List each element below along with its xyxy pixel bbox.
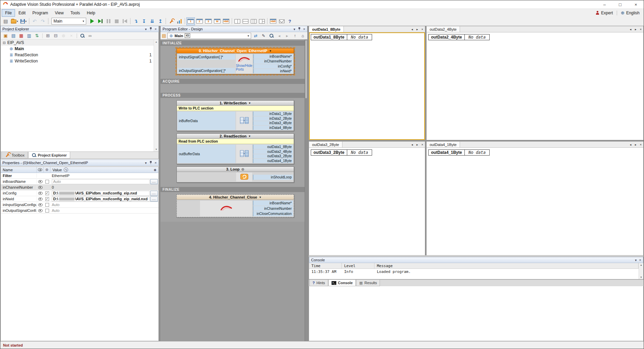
step-previous-button[interactable] xyxy=(121,17,129,25)
iterate-current-macrofilter-button[interactable]: ↴ xyxy=(132,17,140,25)
move-item-button[interactable]: ⇅ xyxy=(33,33,41,39)
port-innwid[interactable]: inNwid* xyxy=(253,69,293,73)
visibility-cell[interactable] xyxy=(37,203,44,206)
port-indata1-1byte[interactable]: inData1_1Byte xyxy=(253,112,293,116)
language-selector[interactable]: English xyxy=(626,11,640,15)
gear-icon[interactable]: ⊛ xyxy=(241,167,244,172)
port-inbufferdata[interactable]: inBufferData xyxy=(178,112,235,130)
new-project-button[interactable]: ▤ xyxy=(2,17,10,25)
pin-icon[interactable] xyxy=(149,27,152,31)
expert-mode-label[interactable]: Expert xyxy=(601,11,613,15)
override-cell[interactable] xyxy=(44,209,50,213)
collapse-all-button[interactable]: ⊟ xyxy=(52,33,59,39)
console-row[interactable]: 11:35:37 AMInfoLoaded program. xyxy=(309,269,639,274)
pause-button[interactable] xyxy=(105,17,112,25)
new-macrofilter-button[interactable]: ▣ xyxy=(2,33,9,39)
undo-button[interactable]: ↶ xyxy=(31,17,39,25)
close-icon[interactable]: × xyxy=(420,142,425,147)
property-row-inboardname[interactable]: inBoardNameAuto... xyxy=(1,179,158,185)
editor-view-m-button[interactable]: M xyxy=(213,17,221,25)
show-references-button[interactable]: ∞ xyxy=(87,33,94,39)
property-row-innwid[interactable]: inNwid✓D:\\AVS_EIP\dbm_nxd\config_eip_nw… xyxy=(1,196,158,202)
menu-program[interactable]: Program xyxy=(29,9,51,17)
item-settings-button[interactable]: ⊛ xyxy=(60,33,67,39)
run-button[interactable] xyxy=(88,17,96,25)
browse-button[interactable]: ... xyxy=(150,179,158,184)
statistics-button[interactable] xyxy=(175,17,183,25)
port-outdata1-8byte[interactable]: outData1_8Byte xyxy=(253,145,293,149)
new-step-button[interactable]: ▤ xyxy=(10,33,17,39)
scroll-left-icon[interactable]: ◂ xyxy=(410,26,415,32)
visibility-cell[interactable] xyxy=(37,180,44,183)
column-value[interactable]: Value ϟ ◆ xyxy=(50,168,158,172)
visibility-cell[interactable] xyxy=(37,198,44,201)
send-feedback-button[interactable] xyxy=(278,17,286,25)
expand-icon[interactable]: ▼ xyxy=(248,102,251,105)
tree-item-writesection[interactable]: ≣WriteSection1 xyxy=(1,58,154,64)
find-in-program-button[interactable] xyxy=(268,33,275,39)
layout-rows-button[interactable] xyxy=(242,17,249,25)
pin-icon[interactable] xyxy=(298,27,301,31)
tab-toolbox[interactable]: Toolbox xyxy=(1,152,28,159)
port-inconfig[interactable]: inConfig* xyxy=(253,64,293,69)
port-outdata3-2byte[interactable]: outData3_2Byte xyxy=(253,154,293,159)
visibility-cell[interactable] xyxy=(37,192,44,195)
menu-file[interactable]: File xyxy=(2,9,15,17)
preview-tab-outdata1-8byte[interactable]: outData1_8Byte xyxy=(309,26,344,32)
editor-view-2-button[interactable]: 2 xyxy=(195,17,204,25)
maximize-button[interactable]: □ xyxy=(612,0,628,9)
iterate-button[interactable] xyxy=(96,17,104,25)
block-header[interactable]: 1. WriteSection▼ xyxy=(177,101,294,106)
scroll-up-icon[interactable]: ▴ xyxy=(640,263,642,266)
port-ininputsignalconfiguration[interactable]: inInputSignalConfiguration[ ]* xyxy=(178,54,235,60)
tree-scrollbar[interactable]: ▴ ▾ xyxy=(154,40,158,151)
browse-button[interactable]: ... xyxy=(150,197,158,202)
browse-button[interactable]: ... xyxy=(150,191,158,196)
block-header[interactable]: 3. Loop⊛ xyxy=(177,167,294,172)
port-indata3-4byte[interactable]: inData3_4Byte xyxy=(253,121,293,126)
new-task-button[interactable]: ▦ xyxy=(18,33,25,39)
expander-icon[interactable]: ⊟ xyxy=(3,41,5,45)
port-inclosecommunication[interactable]: inCloseCommunication xyxy=(253,211,293,216)
override-checkbox[interactable] xyxy=(45,209,49,213)
port-indata4-8byte[interactable]: inData4_8Byte xyxy=(253,126,293,130)
macrofilter-list-icon[interactable]: ▤ xyxy=(162,33,166,38)
program-combo[interactable]: Main▾ xyxy=(51,18,86,25)
panel-menu-icon[interactable]: ▾ xyxy=(294,27,295,31)
property-value-editor[interactable]: D:\\AVS_EIP\dbm_nxd\config_eip_nwid.nxd xyxy=(52,197,150,202)
menu-help[interactable]: Help xyxy=(83,9,99,17)
property-row-inchannelnumber[interactable]: inChannelNumber0 xyxy=(1,185,158,190)
column-name[interactable]: Name xyxy=(1,167,37,173)
block-4-hilscher-channel-close[interactable]: 4. Hilscher_Channel_Close▼inBoardName*in… xyxy=(177,194,294,217)
panel-menu-icon[interactable]: ▾ xyxy=(635,258,637,262)
go-up-button[interactable]: ↑ xyxy=(292,33,298,39)
block-header[interactable]: 4. Hilscher_Channel_Close▼ xyxy=(177,195,294,200)
layout-mixed-button[interactable] xyxy=(258,17,266,25)
step-into-button[interactable]: ⇊ xyxy=(148,17,156,25)
override-checkbox[interactable]: ✓ xyxy=(45,191,49,195)
edit-macrofilter-button[interactable]: ✎ xyxy=(260,33,267,39)
override-checkbox[interactable]: ✓ xyxy=(45,197,49,201)
go-home-button[interactable]: ⌂ xyxy=(300,33,306,39)
scroll-up-icon[interactable]: ▴ xyxy=(155,40,157,43)
canvas-scrollbar[interactable] xyxy=(305,40,307,341)
tab-hints[interactable]: ?Hints xyxy=(309,280,328,286)
editor-view-3-button[interactable]: 3 xyxy=(204,17,213,25)
hmi-designer-button[interactable]: HMI xyxy=(269,17,277,25)
chevron-down-icon[interactable]: ▾ xyxy=(17,20,18,23)
title-bar[interactable]: Adaptive Vision Studio Professional + Pa… xyxy=(0,0,644,9)
override-cell[interactable] xyxy=(44,203,50,207)
find-macrofilter-button[interactable] xyxy=(79,33,86,39)
override-checkbox[interactable] xyxy=(45,180,49,184)
port-indata2-2byte[interactable]: inData2_2Byte xyxy=(253,116,293,121)
port-inchannelnumber[interactable]: inChannelNumber xyxy=(253,206,293,211)
preview-tab-outdata2-4byte[interactable]: outData2_4Byte xyxy=(427,26,460,32)
tree-item-main[interactable]: ⊛Main xyxy=(1,46,154,52)
block-1-writesection[interactable]: 1. WriteSection▼Write to PLC sectioninBu… xyxy=(177,100,294,131)
scroll-right-icon[interactable]: ▸ xyxy=(633,142,638,147)
property-value-editor[interactable]: D:\\AVS_EIP\dbm_nxd\config_eip.nxd xyxy=(52,191,150,196)
port-inboardname[interactable]: inBoardName* xyxy=(253,201,293,206)
scroll-left-icon[interactable]: ◂ xyxy=(410,142,415,147)
override-cell[interactable] xyxy=(44,180,50,184)
navigate-back-button[interactable]: ◂ xyxy=(276,33,282,39)
